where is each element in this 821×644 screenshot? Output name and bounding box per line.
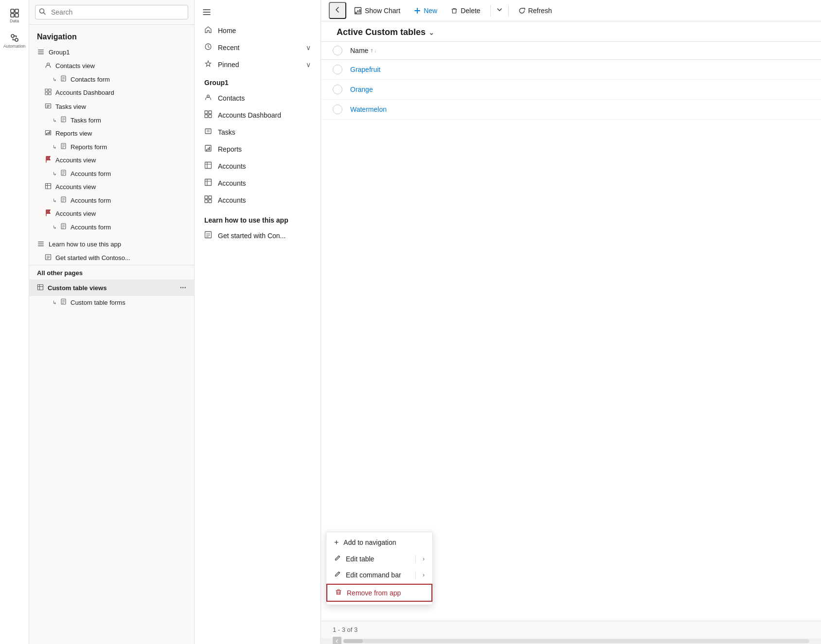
- mid-grid-icon: [204, 110, 212, 120]
- sub-arrow7-icon: ↳: [53, 300, 56, 305]
- header-checkbox[interactable]: [333, 46, 342, 55]
- nav-item-accounts-form3[interactable]: ↳ Accounts form: [29, 221, 194, 233]
- horizontal-scrollbar[interactable]: [343, 639, 809, 643]
- table-row[interactable]: Watermelon: [321, 100, 821, 120]
- nav-item-custom-table-views[interactable]: Custom table views ···: [29, 279, 194, 296]
- nav-item-accounts-view2[interactable]: Accounts view: [29, 180, 194, 194]
- nav-item-accounts-form3-label: Accounts form: [71, 224, 111, 231]
- sidebar-item-automation[interactable]: Automation: [4, 30, 25, 52]
- doc2-icon: [60, 116, 67, 124]
- app-sidebar: Data Automation: [0, 0, 29, 644]
- toolbar-dropdown-button[interactable]: [495, 4, 504, 17]
- nav-item-reports-view[interactable]: Reports view: [29, 126, 194, 140]
- scroll-left-icon: [335, 639, 339, 643]
- delete-button[interactable]: Delete: [445, 4, 486, 17]
- nav-item-reports-form[interactable]: ↳ Reports form: [29, 140, 194, 153]
- refresh-icon: [518, 7, 525, 14]
- table-row[interactable]: Grapefruit: [321, 60, 821, 80]
- svg-rect-1: [15, 9, 18, 13]
- svg-rect-27: [38, 242, 44, 243]
- nav-item-tasks-form[interactable]: ↳ Tasks form: [29, 114, 194, 126]
- mid-person-icon: [204, 93, 212, 103]
- nav-item-accounts-view1[interactable]: Accounts view: [29, 153, 194, 167]
- mid-nav-item-accounts3[interactable]: Accounts: [195, 191, 321, 209]
- hamburger-button[interactable]: [195, 4, 321, 22]
- nav-item-tasks-view[interactable]: Tasks view: [29, 100, 194, 114]
- nav-learn-label: Learn how to use this app: [29, 237, 194, 251]
- sort-indicator: ↑ ↓: [370, 47, 376, 54]
- nav-item-contacts-view[interactable]: Contacts view: [29, 59, 194, 73]
- column-name-header[interactable]: Name ↑ ↓: [350, 47, 376, 54]
- title-chevron-icon[interactable]: ⌄: [428, 29, 434, 36]
- svg-rect-19: [46, 133, 47, 135]
- nav-item-accounts-dashboard[interactable]: Accounts Dashboard: [29, 86, 194, 100]
- show-chart-label: Show Chart: [365, 7, 400, 15]
- mid-nav-accounts2-label: Accounts: [218, 179, 311, 187]
- new-label: New: [424, 7, 437, 15]
- nav-item-accounts-form1-label: Accounts form: [71, 170, 111, 177]
- context-menu-edit-command-bar[interactable]: Edit command bar ›: [326, 567, 432, 583]
- nav-item-contacts-view-label: Contacts view: [55, 62, 95, 70]
- mid-nav-accounts3-label: Accounts: [218, 196, 311, 204]
- nav-item-get-started[interactable]: Get started with Contoso...: [29, 251, 194, 265]
- mid-nav-item-accounts-dashboard[interactable]: Accounts Dashboard: [195, 106, 321, 123]
- sidebar-item-data[interactable]: Data: [4, 5, 25, 26]
- reports-icon: [45, 129, 52, 138]
- mid-nav-item-get-started[interactable]: Get started with Con...: [195, 227, 321, 244]
- mid-nav-home-label: Home: [218, 27, 311, 35]
- row-checkbox-orange[interactable]: [333, 85, 342, 94]
- search-input[interactable]: [35, 5, 188, 19]
- edit-table-arrow-icon: ›: [423, 556, 425, 562]
- context-menu-remove-from-app[interactable]: Remove from app: [326, 584, 432, 602]
- mid-nav-item-recent[interactable]: Recent ∨: [195, 39, 321, 56]
- nav-item-custom-table-forms[interactable]: ↳ Custom table forms: [29, 296, 194, 309]
- svg-rect-54: [359, 9, 360, 13]
- chart-icon: [354, 7, 362, 15]
- refresh-label: Refresh: [528, 7, 552, 15]
- delete-label: Delete: [461, 7, 480, 15]
- nav-item-accounts-view3[interactable]: Accounts view: [29, 207, 194, 221]
- scroll-left-button[interactable]: [333, 637, 341, 644]
- edit-table-divider: [415, 555, 416, 563]
- svg-rect-24: [46, 184, 51, 189]
- row-checkbox-grapefruit[interactable]: [333, 65, 342, 74]
- edit-command-divider: [415, 571, 416, 579]
- svg-rect-3: [15, 14, 18, 17]
- three-dots-button[interactable]: ···: [180, 283, 186, 292]
- context-menu-edit-table[interactable]: Edit table ›: [326, 551, 432, 567]
- mid-nav-item-pinned[interactable]: Pinned ∨: [195, 56, 321, 73]
- mid-nav-item-tasks[interactable]: Tasks: [195, 123, 321, 140]
- new-button[interactable]: New: [408, 4, 443, 17]
- row-link-orange[interactable]: Orange: [350, 86, 373, 93]
- mid-nav-contacts-label: Contacts: [218, 94, 311, 102]
- toolbar-divider2: [508, 5, 509, 17]
- mid-nav-item-contacts[interactable]: Contacts: [195, 89, 321, 106]
- svg-rect-45: [205, 179, 212, 186]
- nav-item-accounts-form1[interactable]: ↳ Accounts form: [29, 167, 194, 180]
- back-button[interactable]: [329, 2, 346, 19]
- mid-nav-item-accounts1[interactable]: Accounts: [195, 157, 321, 174]
- nav-item-accounts-form2[interactable]: ↳ Accounts form: [29, 194, 194, 207]
- row-link-grapefruit[interactable]: Grapefruit: [350, 66, 380, 73]
- svg-rect-39: [205, 129, 211, 134]
- tasks-icon: [45, 103, 52, 111]
- show-chart-button[interactable]: Show Chart: [348, 4, 406, 17]
- nav-item-reports-view-label: Reports view: [55, 130, 92, 137]
- table-footer: 1 - 3 of 3: [321, 621, 821, 638]
- mid-nav-accounts1-label: Accounts: [218, 162, 311, 170]
- automation-icon: [10, 33, 19, 43]
- table-row[interactable]: Orange: [321, 80, 821, 100]
- mid-nav-item-accounts2[interactable]: Accounts: [195, 174, 321, 191]
- mid-nav-item-home[interactable]: Home: [195, 22, 321, 39]
- refresh-button[interactable]: Refresh: [513, 4, 558, 17]
- context-menu-add-nav[interactable]: + Add to navigation: [326, 534, 432, 551]
- nav-item-contacts-form[interactable]: ↳ Contacts form: [29, 73, 194, 86]
- nav-item-contacts-form-label: Contacts form: [71, 76, 110, 83]
- mid-nav-get-started-label: Get started with Con...: [218, 232, 311, 240]
- mid-nav-item-reports[interactable]: Reports: [195, 140, 321, 157]
- toolbar: Show Chart New Delete Refresh: [321, 0, 821, 21]
- row-link-watermelon[interactable]: Watermelon: [350, 105, 387, 113]
- mid-nav: Home Recent ∨ Pinned ∨ Group1 Contacts: [195, 0, 321, 644]
- scrollbar-thumb[interactable]: [343, 639, 363, 643]
- row-checkbox-watermelon[interactable]: [333, 104, 342, 114]
